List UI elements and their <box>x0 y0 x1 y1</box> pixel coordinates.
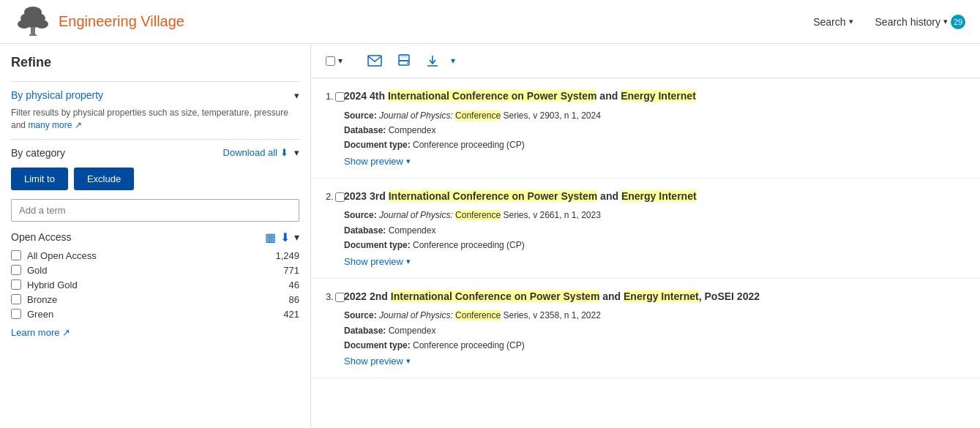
oa-filter-count: 421 <box>283 309 299 320</box>
physical-chevron-icon: ▾ <box>294 90 299 101</box>
result-title: 2022 2nd International Conference on Pow… <box>344 290 965 304</box>
physical-property-header[interactable]: By physical property ▾ <box>11 89 299 101</box>
oa-checkbox[interactable] <box>11 250 21 260</box>
print-icon-button[interactable] <box>394 53 414 69</box>
select-all-group: ▾ <box>326 56 343 66</box>
email-icon-button[interactable] <box>364 53 385 68</box>
oa-filter-count: 1,249 <box>275 250 299 261</box>
svg-point-13 <box>407 62 408 64</box>
exclude-button[interactable]: Exclude <box>74 168 134 190</box>
select-all-checkbox[interactable] <box>326 56 335 66</box>
show-preview-button[interactable]: Show preview ▾ <box>344 256 411 267</box>
physical-property-title: By physical property <box>11 89 103 101</box>
svg-rect-9 <box>368 56 381 66</box>
title-text: 2023 3rd <box>344 190 389 202</box>
download-all-link[interactable]: Download all ⬇ <box>223 147 288 158</box>
oa-chevron-icon[interactable]: ▾ <box>294 231 299 243</box>
source-journal: Journal of Physics: <box>379 110 455 121</box>
oa-filter-row: All Open Access 1,249 <box>11 250 299 261</box>
preview-chevron-icon: ▾ <box>406 157 411 166</box>
title-text: and <box>597 190 621 202</box>
open-access-header: Open Access ▦ ⬇ ▾ <box>11 230 299 244</box>
database-value: Compendex <box>389 125 436 135</box>
title-text: and <box>599 290 624 302</box>
oa-filter-row: Green 421 <box>11 309 299 320</box>
download-chevron-icon[interactable]: ▾ <box>451 56 455 66</box>
results-list: 1. 2024 4th International Conference on … <box>311 78 980 378</box>
database-label: Database: <box>344 225 386 236</box>
doctype-value: Conference proceeding (CP) <box>413 240 525 250</box>
title-highlight: International Conference on Power System <box>389 190 598 202</box>
source-label: Source: <box>344 310 377 320</box>
category-actions: Download all ⬇ ▾ <box>223 147 299 158</box>
result-checkbox[interactable] <box>335 192 345 202</box>
oa-icons: ▦ ⬇ ▾ <box>265 230 299 244</box>
title-text: and <box>596 90 621 102</box>
oa-checkbox[interactable] <box>11 294 21 304</box>
bar-chart-icon[interactable]: ▦ <box>265 230 276 244</box>
source-label: Source: <box>344 210 377 220</box>
toolbar-icons: ▾ <box>364 53 455 69</box>
result-checkbox[interactable] <box>335 293 345 302</box>
source-conference-highlight: Conference <box>455 310 501 320</box>
title-highlight: International Conference on Power System <box>391 290 600 302</box>
result-item: 2. 2023 3rd International Conference on … <box>311 179 980 279</box>
database-label: Database: <box>344 326 386 336</box>
svg-rect-12 <box>400 55 408 58</box>
title-text: 2022 2nd <box>344 290 391 302</box>
download-icon: ⬇ <box>280 147 288 158</box>
result-checkbox[interactable] <box>335 92 345 102</box>
sidebar: Refine By physical property ▾ Filter res… <box>0 44 311 428</box>
category-section: By category Download all ⬇ ▾ <box>11 139 299 159</box>
preview-chevron-icon: ▾ <box>406 356 411 366</box>
oa-download-icon[interactable]: ⬇ <box>280 230 290 244</box>
source-conference-highlight: Conference <box>455 210 501 220</box>
add-term-input[interactable] <box>11 199 299 222</box>
result-number: 1. <box>326 91 334 102</box>
source-rest: Series, v 2661, n 1, 2023 <box>501 210 601 220</box>
oa-filter-row: Gold 771 <box>11 265 299 276</box>
title-text: , PoSEI 2022 <box>699 290 760 302</box>
oa-filter-label: Gold <box>27 265 277 276</box>
many-more-link[interactable]: many more ↗ <box>28 120 81 130</box>
doctype-label: Document type: <box>344 140 411 150</box>
result-meta: Source: Journal of Physics: Conference S… <box>344 108 965 153</box>
title-highlight: Energy Internet <box>624 290 699 302</box>
show-preview-text: Show preview <box>344 256 403 267</box>
main-layout: Refine By physical property ▾ Filter res… <box>0 44 980 428</box>
result-item: 3. 2022 2nd International Conference on … <box>311 279 980 379</box>
download-icon-button[interactable] <box>423 53 442 69</box>
oa-filter-label: Green <box>27 309 277 320</box>
preview-chevron-icon: ▾ <box>406 257 411 266</box>
oa-checkbox[interactable] <box>11 309 21 319</box>
open-access-list: All Open Access 1,249 Gold 771 Hybrid Go… <box>11 250 299 320</box>
learn-more-link[interactable]: Learn more ↗ <box>11 327 299 338</box>
result-title: 2023 3rd International Conference on Pow… <box>344 189 965 204</box>
logo-area: Engineering Village <box>15 5 184 38</box>
category-chevron-icon: ▾ <box>294 147 299 158</box>
oa-filter-label: Hybrid Gold <box>27 279 283 290</box>
oa-checkbox[interactable] <box>11 265 21 275</box>
show-preview-button[interactable]: Show preview ▾ <box>344 156 411 167</box>
result-item: 1. 2024 4th International Conference on … <box>311 78 980 179</box>
result-number: 2. <box>326 191 334 202</box>
sidebar-title: Refine <box>11 55 299 70</box>
svg-point-6 <box>35 20 48 29</box>
select-chevron-icon[interactable]: ▾ <box>338 56 343 66</box>
open-access-title: Open Access <box>11 231 72 243</box>
oa-checkbox[interactable] <box>11 279 21 290</box>
title-text: 2024 4th <box>344 90 388 102</box>
result-number: 3. <box>326 291 334 302</box>
title-highlight: Energy Internet <box>621 190 697 202</box>
search-history-nav-link[interactable]: Search history ▾ 29 <box>875 15 965 29</box>
svg-rect-8 <box>29 34 37 36</box>
title-highlight: International Conference on Power System <box>388 90 597 102</box>
results-panel: ▾ <box>311 44 980 428</box>
header-nav: Search ▾ Search history ▾ 29 <box>813 15 965 29</box>
search-nav-link[interactable]: Search ▾ <box>813 16 853 28</box>
results-toolbar: ▾ <box>311 44 980 78</box>
limit-to-button[interactable]: Limit to <box>11 168 68 190</box>
physical-property-desc: Filter results by physical properties su… <box>11 107 299 132</box>
database-value: Compendex <box>389 225 436 236</box>
show-preview-button[interactable]: Show preview ▾ <box>344 356 411 367</box>
